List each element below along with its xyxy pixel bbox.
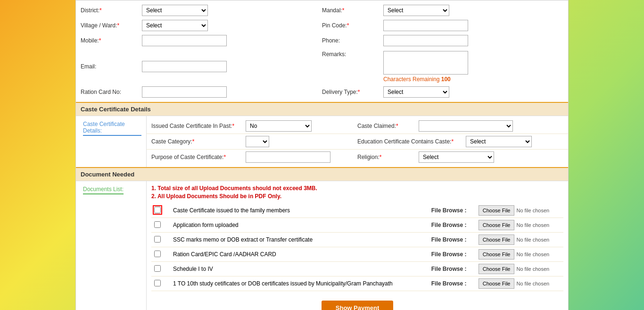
- doc-note-2: 2. All Upload Documents Should be in PDF…: [151, 193, 563, 200]
- ration-label: Ration Card No:: [81, 89, 142, 95]
- doc-checkbox-1[interactable]: [154, 207, 161, 213]
- choose-file-btn-4[interactable]: Choose File: [479, 249, 515, 260]
- phone-input[interactable]: [383, 35, 468, 46]
- documents-sidebar-label: Documents List:: [76, 181, 147, 310]
- no-file-text-4: No file chosen: [516, 251, 549, 257]
- file-browse-label-2: File Browse :: [431, 222, 467, 228]
- file-browse-label-5: File Browse :: [431, 266, 467, 272]
- file-browse-label-1: File Browse :: [431, 207, 467, 214]
- file-browse-label-4: File Browse :: [431, 251, 467, 258]
- mobile-input[interactable]: [142, 35, 227, 46]
- caste-claimed-label: Caste Claimed:*: [357, 123, 419, 129]
- no-file-text-3: No file chosen: [516, 237, 549, 243]
- table-row: Caste Certificate issued to the family m…: [151, 203, 563, 218]
- issued-label: Issued Caste Certificate In Past:*: [151, 123, 246, 129]
- email-input[interactable]: [142, 61, 227, 72]
- mandal-label: Mandal:*: [322, 7, 383, 14]
- village-select[interactable]: Select: [142, 20, 208, 31]
- doc-label-1: Caste Certificate issued to the family m…: [170, 203, 429, 218]
- doc-note-1: 1. Total size of all Upload Documents sh…: [151, 185, 563, 192]
- edu-cert-select[interactable]: Select: [466, 136, 532, 147]
- delivery-select[interactable]: Select: [383, 86, 449, 98]
- choose-file-btn-2[interactable]: Choose File: [479, 220, 515, 230]
- no-file-text-2: No file chosen: [516, 222, 549, 228]
- chars-remaining: Characters Remaining 100: [383, 76, 468, 83]
- choose-file-btn-3[interactable]: Choose File: [479, 235, 515, 245]
- mobile-label: Mobile:*: [81, 37, 142, 44]
- purpose-input[interactable]: [246, 151, 330, 163]
- religion-label: Religion:*: [357, 154, 419, 160]
- choose-file-btn-1[interactable]: Choose File: [479, 205, 515, 216]
- doc-label-2: Application form uploaded: [170, 218, 429, 233]
- religion-select[interactable]: Select: [419, 151, 494, 163]
- table-row: Schedule I to IV File Browse : Choose Fi…: [151, 262, 563, 276]
- file-browse-label-3: File Browse :: [431, 236, 467, 243]
- choose-file-btn-6[interactable]: Choose File: [479, 278, 515, 289]
- documents-table: Caste Certificate issued to the family m…: [151, 203, 563, 291]
- doc-checkbox-3[interactable]: [154, 236, 161, 243]
- doc-label-6: 1 TO 10th study cetificates or DOB certi…: [170, 276, 429, 291]
- doc-checkbox-2[interactable]: [154, 221, 161, 228]
- caste-claimed-select[interactable]: [419, 120, 513, 132]
- pincode-input[interactable]: [383, 20, 468, 31]
- doc-checkbox-6[interactable]: [154, 280, 161, 286]
- file-input-1[interactable]: Choose File No file chosen: [479, 205, 561, 216]
- table-row: Ration Card/EPIC Card /AADHAR CARD File …: [151, 247, 563, 262]
- issued-select[interactable]: No Yes: [246, 120, 312, 132]
- remarks-label: Remarks:: [322, 51, 383, 58]
- doc-label-4: Ration Card/EPIC Card /AADHAR CARD: [170, 247, 429, 262]
- district-label: District:*: [81, 7, 142, 14]
- doc-label-5: Schedule I to IV: [170, 262, 429, 276]
- caste-section-header: Caste Certificate Details: [76, 102, 568, 116]
- remarks-textarea[interactable]: [383, 51, 468, 75]
- purpose-label: Purpose of Caste Certificate:*: [151, 154, 246, 160]
- district-select[interactable]: Select: [142, 5, 208, 16]
- file-browse-label-6: File Browse :: [431, 280, 467, 287]
- doc-checkbox-5[interactable]: [154, 265, 161, 272]
- table-row: 1 TO 10th study cetificates or DOB certi…: [151, 276, 563, 291]
- no-file-text-5: No file chosen: [516, 266, 549, 272]
- email-label: Email:: [81, 63, 142, 70]
- doc-checkbox-4[interactable]: [154, 251, 161, 257]
- phone-label: Phone:: [322, 37, 383, 44]
- show-payment-button[interactable]: Show Payment: [322, 301, 393, 310]
- no-file-text-6: No file chosen: [516, 281, 549, 286]
- edu-cert-label: Education Certificate Contains Caste:*: [357, 138, 466, 145]
- table-row: Application form uploaded File Browse : …: [151, 218, 563, 233]
- caste-category-label: Caste Category:*: [151, 138, 246, 145]
- pincode-label: Pin Code:*: [322, 22, 383, 29]
- choose-file-btn-5[interactable]: Choose File: [479, 264, 515, 274]
- document-section-header: Document Needed: [76, 167, 568, 181]
- village-label: Village / Ward:*: [81, 22, 142, 29]
- delivery-label: Delivery Type:*: [322, 89, 383, 95]
- no-file-text-1: No file chosen: [516, 208, 549, 213]
- doc-label-3: SSC marks memo or DOB extract or Transfe…: [170, 233, 429, 247]
- caste-category-select[interactable]: [246, 136, 269, 147]
- caste-sidebar-label: Caste Certificate Details:: [76, 116, 147, 167]
- ration-input[interactable]: [142, 86, 227, 98]
- mandal-select[interactable]: Select: [383, 5, 449, 16]
- table-row: SSC marks memo or DOB extract or Transfe…: [151, 233, 563, 247]
